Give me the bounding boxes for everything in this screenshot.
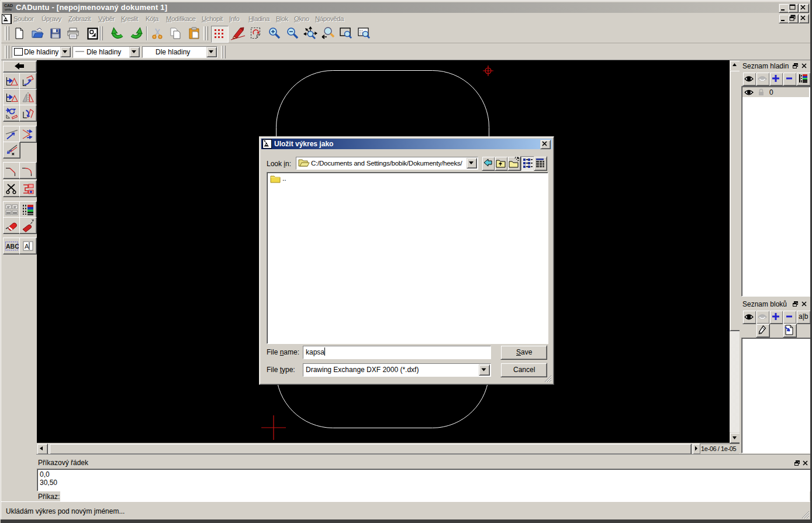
svg-text:ABC: ABC — [6, 243, 19, 250]
svg-text:A: A — [25, 243, 29, 250]
